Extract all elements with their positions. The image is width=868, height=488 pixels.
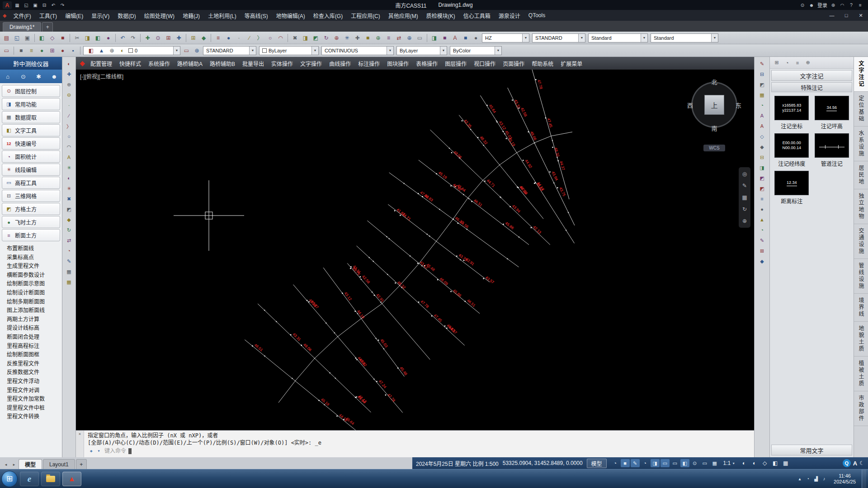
sidebar-button[interactable]: ▭高程工具 xyxy=(2,177,60,189)
layout-prev-icon[interactable]: ◂ xyxy=(2,460,9,469)
cass-menu-item[interactable]: 批量导出 xyxy=(239,57,268,70)
sidebar-list-item[interactable]: 断面闭合处理 xyxy=(7,333,62,342)
color-combo[interactable]: ByLayer▼ xyxy=(259,46,319,55)
menu-item[interactable]: 显示(V) xyxy=(87,10,113,21)
help-icon[interactable]: ? xyxy=(847,1,855,9)
grid-display-icon[interactable]: ✎ xyxy=(631,459,640,467)
draw-polyline-icon[interactable]: 〉 xyxy=(255,33,264,42)
layer-tool-icon[interactable]: ▦ xyxy=(64,267,74,276)
show-desktop-button[interactable] xyxy=(862,469,866,488)
dim-linear-icon[interactable]: ■ xyxy=(440,33,449,42)
drawing-canvas[interactable]: 44.1845.6444.9245.1946.5143.3148.0643.94… xyxy=(76,70,754,430)
sidebar-list-item[interactable]: 绘制设计断面图 xyxy=(7,289,62,298)
undo-icon[interactable]: ↶ xyxy=(118,33,127,42)
tray-shield-icon[interactable]: ◔ xyxy=(804,475,811,483)
block-insert-icon[interactable]: ● xyxy=(224,33,233,42)
publish-icon[interactable]: ■ xyxy=(58,33,67,42)
scale-icon[interactable]: ⊕ xyxy=(332,33,341,42)
sidebar-list-item[interactable]: 绘制多期断面图 xyxy=(7,298,62,307)
steering-wheel-icon[interactable]: ◎ xyxy=(741,170,749,178)
layout-tab[interactable]: Layout1 xyxy=(43,459,75,469)
maximize-icon[interactable]: □ xyxy=(839,10,854,21)
user-icon[interactable]: ☻ xyxy=(807,1,816,9)
show-motion-icon[interactable]: ⊕ xyxy=(741,217,749,225)
autoscale-icon[interactable]: ◐ xyxy=(750,459,759,468)
search-icon[interactable]: ⊙ xyxy=(19,72,28,81)
clean-screen-icon[interactable]: ▦ xyxy=(781,459,790,468)
dim-angular-icon[interactable]: ▦ xyxy=(757,90,767,99)
hatch-icon[interactable]: ● xyxy=(471,33,481,42)
annotation-tile[interactable]: 34.56注记坪高 xyxy=(815,96,849,130)
mirror-icon[interactable]: ⇄ xyxy=(394,33,404,42)
open-icon[interactable]: ◱ xyxy=(12,33,22,42)
layer-previous-icon[interactable]: ■ xyxy=(16,46,26,55)
redo-icon[interactable]: ↷ xyxy=(58,1,66,9)
sidebar-list-item[interactable]: 生成里程文件 xyxy=(7,262,62,271)
annotation-scale-button[interactable]: 1:1 ▼ xyxy=(723,460,736,466)
copy-object-icon[interactable]: ◩ xyxy=(311,33,321,42)
zoom-out-icon[interactable]: ⊖ xyxy=(64,90,74,99)
layer-lock-icon[interactable]: ▪ xyxy=(68,46,78,55)
orbit-icon[interactable]: ↻ xyxy=(741,205,749,213)
undo-icon[interactable]: ↶ xyxy=(49,1,57,9)
category-tab[interactable]: 居民地 xyxy=(854,161,868,189)
mtext-icon[interactable]: A xyxy=(450,33,460,42)
view-compass[interactable]: 北 南 西 东 上 xyxy=(687,78,741,132)
category-tab[interactable]: 文字注记 xyxy=(854,57,868,92)
layer-states-icon[interactable]: ◆ xyxy=(199,33,208,42)
draw-point-icon[interactable]: · xyxy=(64,101,74,110)
offset-icon[interactable]: ⊕ xyxy=(405,33,414,42)
sidebar-list-item[interactable]: 里程文件加常数 xyxy=(7,395,62,404)
cass-menu-item[interactable]: 扩展菜单 xyxy=(557,57,586,70)
infer-constraints-icon[interactable]: ◔ xyxy=(611,459,620,467)
stretch-icon[interactable]: ✳ xyxy=(342,33,352,42)
annotation-visibility-icon[interactable]: ◐ xyxy=(739,459,749,468)
new-layout-button[interactable]: + xyxy=(76,459,87,469)
sidebar-button[interactable]: ✳线段编辑 xyxy=(2,164,60,176)
layer-unlock-icon[interactable]: ⊕ xyxy=(107,46,117,55)
dynamic-input-icon[interactable]: ◧ xyxy=(680,459,689,467)
workspace-gear-icon[interactable]: ◇ xyxy=(760,459,769,468)
menu-item[interactable]: 工程应用(C) xyxy=(347,10,384,21)
category-tab[interactable]: 管线设施 xyxy=(854,259,868,294)
compass-west[interactable]: 西 xyxy=(687,101,693,109)
sidebar-list-item[interactable]: 里程文件转换 xyxy=(7,413,62,422)
polar-tracking-icon[interactable]: ◨ xyxy=(651,459,660,467)
sidebar-button[interactable]: ⊟三维网格 xyxy=(2,190,60,202)
taskbar-internet-explorer[interactable]: e xyxy=(20,472,39,486)
menu-item[interactable]: 其他应用(M) xyxy=(384,10,422,21)
move-icon[interactable]: ◩ xyxy=(64,205,74,214)
tray-volume-icon[interactable]: ♪ xyxy=(821,475,828,483)
text-multi-icon[interactable]: A xyxy=(757,122,767,131)
match-properties-icon[interactable]: ● xyxy=(104,33,113,42)
annotation-tile[interactable]: 12.34距离标注 xyxy=(774,171,809,205)
cass-menu-item[interactable]: 页面操作 xyxy=(499,57,528,70)
layer-isolate-icon[interactable]: ≡ xyxy=(27,46,36,55)
document-tab[interactable]: Drawing1* xyxy=(3,22,41,32)
draw-line-icon[interactable]: ∕ xyxy=(245,33,254,42)
sidebar-list-item[interactable]: 绘制断面图框 xyxy=(7,351,62,360)
sidebar-list-item[interactable]: 两期土方计算 xyxy=(7,315,62,324)
zoom-window-icon[interactable]: ⊞ xyxy=(164,33,173,42)
ime-search-icon[interactable]: Q xyxy=(843,459,851,467)
offset-icon[interactable]: ◔ xyxy=(64,246,74,255)
new-tab-icon[interactable]: + xyxy=(43,23,52,32)
list-info-icon[interactable]: ◔ xyxy=(757,225,767,235)
select-icon[interactable]: ◐ xyxy=(64,59,74,68)
command-input[interactable]: ✚▾ 键入命令 xyxy=(88,447,750,455)
explode-icon[interactable]: ▭ xyxy=(415,33,425,42)
new-icon[interactable]: ▦ xyxy=(13,1,21,9)
cut-icon[interactable]: ✂ xyxy=(72,33,82,42)
menu-item[interactable]: 工具(T) xyxy=(35,10,61,21)
cass-menu-item[interactable]: 快捷样式 xyxy=(116,57,145,70)
draw-circle-icon[interactable]: ○ xyxy=(265,33,275,42)
pan-tool-icon[interactable]: ✎ xyxy=(741,182,749,190)
layer-plot-icon[interactable]: ◐ xyxy=(118,46,127,55)
paste-icon[interactable]: ◧ xyxy=(93,33,103,42)
draw-text-icon[interactable]: A xyxy=(64,153,74,162)
sidebar-button[interactable]: 12快速编号 xyxy=(2,137,60,150)
sidebar-list-item[interactable]: 里程文件对调 xyxy=(7,386,62,395)
category-tab[interactable]: 定位基础 xyxy=(854,92,868,127)
sidebar-list-item[interactable]: 绘制断面示意图 xyxy=(7,280,62,289)
text-single-icon[interactable]: A xyxy=(757,111,767,120)
